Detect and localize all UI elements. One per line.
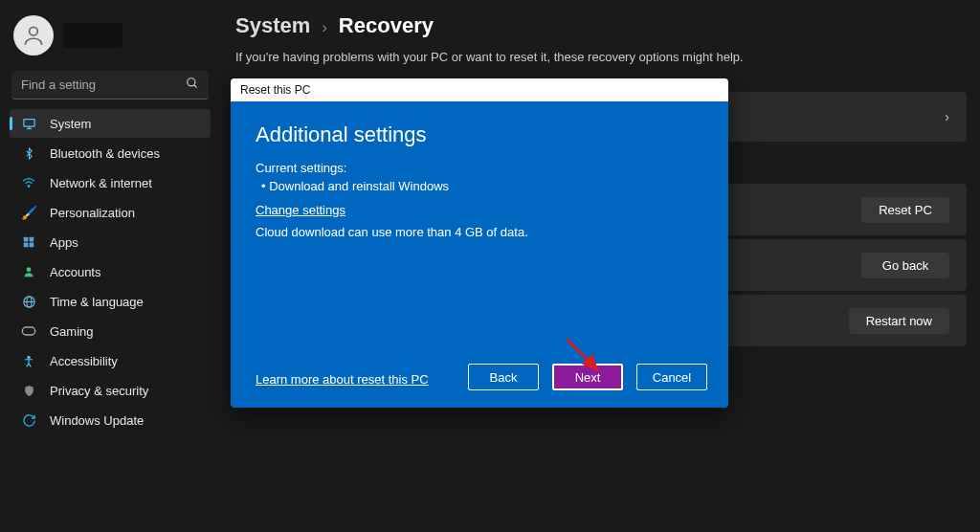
- sidebar-item-accounts[interactable]: Accounts: [10, 257, 211, 286]
- avatar: [13, 15, 54, 55]
- sidebar-item-label: Network & internet: [50, 176, 152, 190]
- svg-point-0: [30, 27, 38, 35]
- sidebar-item-apps[interactable]: Apps: [10, 228, 211, 256]
- svg-line-2: [194, 85, 197, 88]
- sidebar-item-personalization[interactable]: 🖌️ Personalization: [10, 198, 211, 227]
- chevron-right-icon: ›: [322, 19, 326, 35]
- restart-now-button[interactable]: Restart now: [849, 308, 949, 334]
- wifi-icon: [21, 175, 36, 190]
- globe-icon: [21, 294, 36, 309]
- svg-rect-10: [30, 243, 34, 248]
- sidebar-item-windows-update[interactable]: Windows Update: [10, 406, 211, 434]
- sidebar-item-accessibility[interactable]: Accessibility: [10, 346, 211, 375]
- sidebar-item-label: Accounts: [50, 265, 100, 279]
- sidebar-item-time-language[interactable]: Time & language: [10, 287, 211, 316]
- bluetooth-icon: [21, 145, 36, 161]
- breadcrumb: System › Recovery: [235, 13, 967, 38]
- breadcrumb-parent[interactable]: System: [235, 13, 310, 37]
- svg-rect-3: [23, 119, 33, 126]
- dialog-heading: Additional settings: [256, 122, 703, 147]
- cancel-button[interactable]: Cancel: [636, 364, 707, 390]
- accessibility-icon: [21, 353, 36, 368]
- user-name-redacted: [63, 23, 122, 48]
- svg-point-6: [28, 186, 30, 188]
- svg-point-16: [28, 356, 30, 358]
- sidebar-item-system[interactable]: System: [10, 109, 211, 138]
- accounts-icon: [21, 264, 36, 279]
- svg-rect-8: [30, 237, 34, 242]
- cloud-download-note: Cloud download can use more than 4 GB of…: [256, 225, 703, 239]
- sidebar-item-label: Personalization: [50, 206, 135, 220]
- svg-rect-9: [24, 243, 29, 248]
- brush-icon: 🖌️: [21, 205, 36, 220]
- sidebar-item-label: Gaming: [50, 324, 94, 339]
- svg-rect-7: [24, 237, 29, 242]
- search-field[interactable]: [21, 78, 186, 92]
- sidebar-item-network[interactable]: Network & internet: [10, 168, 211, 197]
- gaming-icon: [21, 323, 36, 339]
- user-profile[interactable]: [8, 11, 212, 67]
- update-icon: [21, 412, 36, 428]
- reset-pc-button[interactable]: Reset PC: [861, 197, 949, 223]
- sidebar-item-label: Accessibility: [50, 354, 118, 368]
- reset-pc-dialog: Reset this PC Additional settings Curren…: [231, 78, 728, 408]
- sidebar-item-bluetooth[interactable]: Bluetooth & devices: [10, 139, 211, 167]
- apps-icon: [21, 234, 36, 250]
- sidebar-item-label: Privacy & security: [50, 384, 148, 398]
- search-input[interactable]: [11, 71, 209, 100]
- sidebar-item-label: Time & language: [50, 295, 144, 309]
- learn-more-link[interactable]: Learn more about reset this PC: [256, 372, 429, 387]
- sidebar-item-label: Windows Update: [50, 413, 144, 428]
- chevron-right-icon: ›: [945, 109, 949, 124]
- next-button[interactable]: Next: [552, 364, 623, 390]
- shield-icon: [21, 383, 36, 398]
- sidebar-item-label: Bluetooth & devices: [50, 146, 160, 161]
- dialog-title: Reset this PC: [231, 78, 728, 101]
- breadcrumb-current: Recovery: [339, 13, 434, 37]
- svg-point-1: [188, 78, 195, 86]
- svg-rect-15: [22, 327, 34, 335]
- go-back-button[interactable]: Go back: [861, 253, 949, 278]
- sidebar-item-privacy[interactable]: Privacy & security: [10, 376, 211, 405]
- sidebar-item-label: System: [50, 117, 91, 131]
- search-icon: [186, 77, 199, 93]
- current-setting-item: • Download and reinstall Windows: [256, 179, 703, 193]
- back-button[interactable]: Back: [468, 364, 539, 390]
- svg-point-11: [27, 267, 32, 272]
- current-settings-label: Current settings:: [256, 161, 703, 175]
- sidebar-item-gaming[interactable]: Gaming: [10, 317, 211, 345]
- page-description: If you're having problems with your PC o…: [235, 50, 967, 64]
- sidebar-item-label: Apps: [50, 235, 78, 250]
- system-icon: [21, 116, 36, 131]
- change-settings-link[interactable]: Change settings: [256, 203, 345, 217]
